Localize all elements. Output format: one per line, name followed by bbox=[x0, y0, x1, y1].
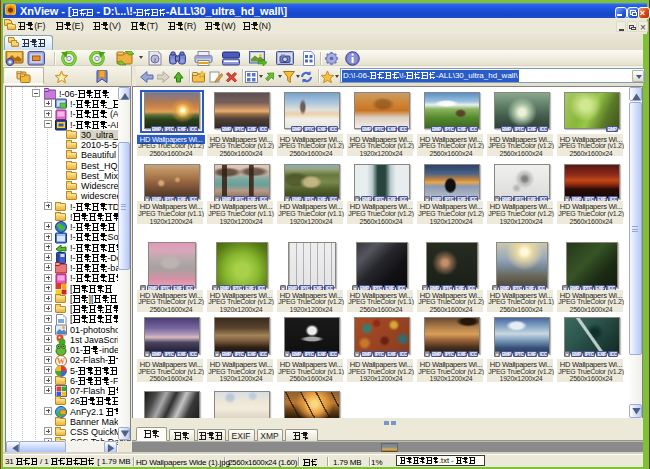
svg-text:i: i bbox=[154, 55, 156, 63]
